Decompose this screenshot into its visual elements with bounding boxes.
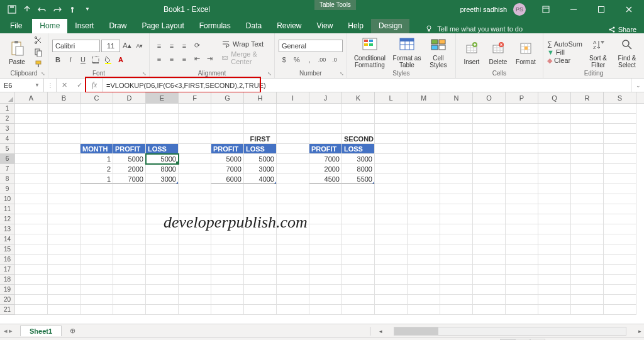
column-header[interactable]: K — [342, 92, 375, 103]
cell[interactable] — [244, 275, 277, 285]
cell[interactable] — [538, 204, 571, 214]
fx-icon[interactable]: fx — [87, 80, 102, 90]
cell[interactable] — [15, 164, 48, 174]
cell[interactable] — [506, 134, 538, 144]
column-header[interactable]: I — [277, 92, 309, 103]
cell[interactable] — [179, 275, 211, 285]
cell[interactable] — [15, 134, 48, 144]
cell[interactable]: 6000 — [211, 174, 244, 184]
cell[interactable] — [15, 285, 48, 295]
cell[interactable] — [440, 174, 473, 184]
cell[interactable]: 5500 — [342, 174, 375, 184]
cell[interactable] — [277, 114, 309, 124]
italic-button[interactable]: I — [65, 54, 76, 65]
cell[interactable] — [571, 134, 604, 144]
cell[interactable] — [571, 214, 604, 224]
dialog-launcher-icon[interactable]: ⤡ — [41, 71, 45, 77]
cell[interactable] — [408, 214, 440, 224]
cell[interactable] — [48, 104, 80, 114]
cell[interactable] — [179, 114, 211, 124]
cell[interactable]: LOSS — [146, 144, 179, 154]
column-header[interactable]: E — [146, 92, 179, 103]
cell[interactable] — [571, 285, 604, 295]
cell[interactable] — [473, 234, 506, 244]
cell[interactable] — [408, 305, 440, 315]
cell[interactable] — [15, 305, 48, 315]
cell[interactable] — [440, 244, 473, 255]
cell[interactable] — [179, 154, 211, 164]
cell[interactable] — [604, 184, 636, 194]
cell[interactable] — [179, 174, 211, 184]
cell[interactable] — [179, 204, 211, 214]
cell[interactable] — [277, 154, 309, 164]
autosave-icon[interactable] — [5, 3, 19, 16]
cell[interactable] — [244, 184, 277, 194]
cell[interactable] — [277, 295, 309, 305]
cell[interactable]: PROFIT — [113, 144, 146, 154]
cell[interactable] — [15, 275, 48, 285]
cell[interactable] — [473, 154, 506, 164]
cell[interactable] — [571, 255, 604, 265]
cell[interactable]: 4500 — [309, 174, 342, 184]
cell[interactable] — [473, 204, 506, 214]
cell[interactable] — [15, 265, 48, 275]
cell[interactable] — [146, 305, 179, 315]
cell[interactable] — [48, 265, 80, 275]
tab-file[interactable]: File — [0, 19, 32, 33]
cell[interactable] — [440, 114, 473, 124]
font-name-select[interactable]: Calibri — [52, 40, 100, 52]
cell[interactable]: 7000 — [211, 164, 244, 174]
cell[interactable] — [408, 164, 440, 174]
cell[interactable] — [211, 275, 244, 285]
cell[interactable] — [375, 285, 408, 295]
cell[interactable] — [309, 244, 342, 255]
cell[interactable] — [48, 285, 80, 295]
row-header[interactable]: 16 — [0, 255, 15, 265]
cell[interactable] — [440, 134, 473, 144]
cell[interactable] — [571, 104, 604, 114]
cell[interactable] — [538, 234, 571, 244]
cell[interactable] — [80, 275, 113, 285]
cell[interactable] — [473, 124, 506, 134]
cell[interactable] — [408, 204, 440, 214]
cell[interactable] — [604, 255, 636, 265]
cell[interactable]: 2000 — [113, 164, 146, 174]
cell[interactable] — [113, 104, 146, 114]
cell[interactable] — [440, 104, 473, 114]
tab-data[interactable]: Data — [238, 19, 269, 33]
cell[interactable] — [244, 244, 277, 255]
cell[interactable] — [538, 134, 571, 144]
cell[interactable]: 1 — [80, 154, 113, 164]
cell[interactable] — [309, 124, 342, 134]
cell[interactable] — [80, 234, 113, 244]
tab-view[interactable]: View — [309, 19, 341, 33]
cell[interactable]: 7000 — [309, 154, 342, 164]
decrease-indent-icon[interactable]: ⇤ — [191, 53, 203, 65]
cell[interactable] — [604, 114, 636, 124]
cell[interactable] — [473, 194, 506, 204]
cell[interactable] — [80, 244, 113, 255]
accounting-format-icon[interactable]: $ — [279, 54, 290, 65]
cell[interactable] — [244, 114, 277, 124]
cell[interactable] — [342, 285, 375, 295]
conditional-formatting-button[interactable]: Conditional Formatting — [351, 35, 389, 70]
cell[interactable] — [146, 285, 179, 295]
cell[interactable] — [146, 255, 179, 265]
cell[interactable] — [473, 214, 506, 224]
cell[interactable] — [113, 214, 146, 224]
borders-icon[interactable] — [90, 54, 101, 65]
cell[interactable] — [277, 265, 309, 275]
cell[interactable] — [408, 104, 440, 114]
dialog-launcher-icon[interactable]: ⤡ — [267, 71, 272, 77]
cell[interactable] — [309, 295, 342, 305]
cell[interactable] — [179, 234, 211, 244]
cell[interactable] — [473, 184, 506, 194]
cell[interactable] — [48, 295, 80, 305]
cell[interactable] — [408, 134, 440, 144]
cell[interactable] — [80, 124, 113, 134]
delete-cells-button[interactable]: Delete — [486, 35, 510, 70]
cell[interactable] — [113, 295, 146, 305]
cell[interactable] — [440, 305, 473, 315]
cell[interactable] — [48, 144, 80, 154]
cell[interactable] — [48, 194, 80, 204]
